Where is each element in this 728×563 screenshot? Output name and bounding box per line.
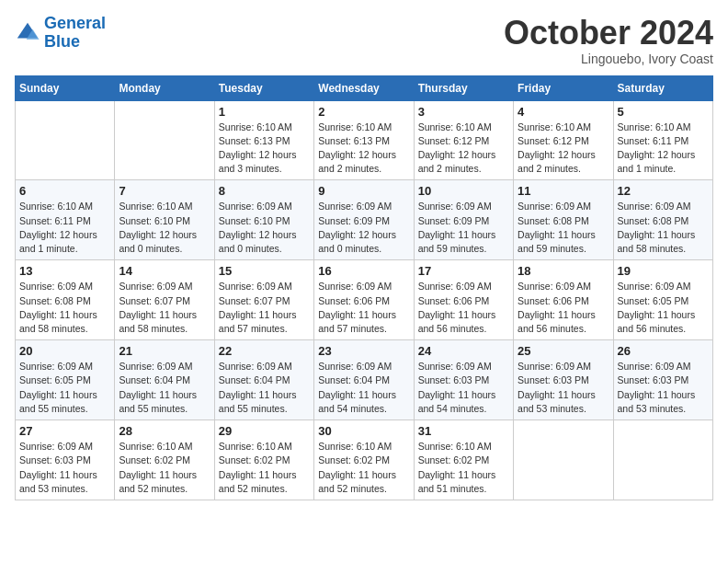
day-info: Sunrise: 6:09 AM Sunset: 6:03 PM Dayligh… (518, 360, 609, 416)
calendar-cell: 23Sunrise: 6:09 AM Sunset: 6:04 PM Dayli… (314, 340, 414, 420)
day-info: Sunrise: 6:10 AM Sunset: 6:02 PM Dayligh… (318, 440, 409, 496)
day-number: 3 (418, 105, 509, 119)
calendar-cell: 16Sunrise: 6:09 AM Sunset: 6:06 PM Dayli… (314, 260, 414, 340)
calendar-cell: 19Sunrise: 6:09 AM Sunset: 6:05 PM Dayli… (613, 260, 712, 340)
calendar-cell (514, 420, 613, 500)
day-info: Sunrise: 6:10 AM Sunset: 6:10 PM Dayligh… (119, 200, 210, 256)
day-number: 2 (318, 105, 409, 119)
day-info: Sunrise: 6:09 AM Sunset: 6:03 PM Dayligh… (618, 360, 709, 416)
day-number: 7 (119, 184, 210, 198)
calendar-cell: 27Sunrise: 6:09 AM Sunset: 6:03 PM Dayli… (16, 420, 115, 500)
calendar-cell: 8Sunrise: 6:09 AM Sunset: 6:10 PM Daylig… (214, 180, 313, 260)
calendar-cell: 13Sunrise: 6:09 AM Sunset: 6:08 PM Dayli… (16, 260, 115, 340)
day-number: 24 (418, 344, 509, 358)
day-info: Sunrise: 6:10 AM Sunset: 6:13 PM Dayligh… (318, 121, 409, 177)
day-number: 21 (119, 344, 210, 358)
calendar-cell: 25Sunrise: 6:09 AM Sunset: 6:03 PM Dayli… (514, 340, 613, 420)
calendar-cell: 12Sunrise: 6:09 AM Sunset: 6:08 PM Dayli… (613, 180, 712, 260)
day-info: Sunrise: 6:09 AM Sunset: 6:08 PM Dayligh… (518, 200, 609, 256)
day-info: Sunrise: 6:09 AM Sunset: 6:09 PM Dayligh… (418, 200, 509, 256)
day-number: 9 (318, 184, 409, 198)
day-number: 14 (119, 264, 210, 278)
calendar-cell (613, 420, 712, 500)
day-number: 22 (219, 344, 310, 358)
day-info: Sunrise: 6:09 AM Sunset: 6:07 PM Dayligh… (219, 280, 310, 336)
calendar-cell (16, 100, 115, 180)
day-number: 18 (518, 264, 609, 278)
calendar-cell: 22Sunrise: 6:09 AM Sunset: 6:04 PM Dayli… (214, 340, 313, 420)
calendar-week-row: 20Sunrise: 6:09 AM Sunset: 6:05 PM Dayli… (16, 340, 713, 420)
day-info: Sunrise: 6:09 AM Sunset: 6:08 PM Dayligh… (19, 280, 110, 336)
calendar-cell: 26Sunrise: 6:09 AM Sunset: 6:03 PM Dayli… (613, 340, 712, 420)
day-info: Sunrise: 6:09 AM Sunset: 6:06 PM Dayligh… (518, 280, 609, 336)
day-info: Sunrise: 6:10 AM Sunset: 6:11 PM Dayligh… (618, 121, 709, 177)
location-subtitle: Lingouebo, Ivory Coast (504, 52, 713, 66)
day-number: 26 (618, 344, 709, 358)
day-number: 10 (418, 184, 509, 198)
weekday-header: Friday (514, 75, 613, 100)
day-info: Sunrise: 6:09 AM Sunset: 6:04 PM Dayligh… (318, 360, 409, 416)
weekday-header: Monday (115, 75, 214, 100)
weekday-header: Saturday (613, 75, 712, 100)
calendar-cell: 14Sunrise: 6:09 AM Sunset: 6:07 PM Dayli… (115, 260, 214, 340)
day-number: 15 (219, 264, 310, 278)
day-number: 11 (518, 184, 609, 198)
day-info: Sunrise: 6:09 AM Sunset: 6:03 PM Dayligh… (418, 360, 509, 416)
day-number: 30 (318, 424, 409, 438)
day-number: 4 (518, 105, 609, 119)
day-info: Sunrise: 6:09 AM Sunset: 6:06 PM Dayligh… (418, 280, 509, 336)
calendar-week-row: 27Sunrise: 6:09 AM Sunset: 6:03 PM Dayli… (16, 420, 713, 500)
day-number: 12 (618, 184, 709, 198)
calendar-cell: 20Sunrise: 6:09 AM Sunset: 6:05 PM Dayli… (16, 340, 115, 420)
weekday-header-row: SundayMondayTuesdayWednesdayThursdayFrid… (16, 75, 713, 100)
day-info: Sunrise: 6:10 AM Sunset: 6:13 PM Dayligh… (219, 121, 310, 177)
day-number: 1 (219, 105, 310, 119)
weekday-header: Sunday (16, 75, 115, 100)
calendar-cell: 18Sunrise: 6:09 AM Sunset: 6:06 PM Dayli… (514, 260, 613, 340)
logo: General Blue (15, 15, 106, 52)
calendar-cell: 31Sunrise: 6:10 AM Sunset: 6:02 PM Dayli… (414, 420, 513, 500)
day-info: Sunrise: 6:10 AM Sunset: 6:11 PM Dayligh… (19, 200, 110, 256)
logo-line2: Blue (44, 32, 80, 51)
weekday-header: Tuesday (214, 75, 313, 100)
title-block: October 2024 Lingouebo, Ivory Coast (504, 15, 713, 66)
calendar-cell (115, 100, 214, 180)
day-number: 23 (318, 344, 409, 358)
calendar-week-row: 1Sunrise: 6:10 AM Sunset: 6:13 PM Daylig… (16, 100, 713, 180)
weekday-header: Wednesday (314, 75, 414, 100)
calendar-cell: 7Sunrise: 6:10 AM Sunset: 6:10 PM Daylig… (115, 180, 214, 260)
day-info: Sunrise: 6:09 AM Sunset: 6:04 PM Dayligh… (119, 360, 210, 416)
calendar-cell: 2Sunrise: 6:10 AM Sunset: 6:13 PM Daylig… (314, 100, 414, 180)
day-number: 20 (19, 344, 110, 358)
day-number: 27 (19, 424, 110, 438)
calendar-cell: 28Sunrise: 6:10 AM Sunset: 6:02 PM Dayli… (115, 420, 214, 500)
calendar-cell: 24Sunrise: 6:09 AM Sunset: 6:03 PM Dayli… (414, 340, 513, 420)
day-info: Sunrise: 6:09 AM Sunset: 6:05 PM Dayligh… (19, 360, 110, 416)
calendar-cell: 10Sunrise: 6:09 AM Sunset: 6:09 PM Dayli… (414, 180, 513, 260)
calendar-cell: 15Sunrise: 6:09 AM Sunset: 6:07 PM Dayli… (214, 260, 313, 340)
calendar-week-row: 13Sunrise: 6:09 AM Sunset: 6:08 PM Dayli… (16, 260, 713, 340)
calendar-cell: 9Sunrise: 6:09 AM Sunset: 6:09 PM Daylig… (314, 180, 414, 260)
day-info: Sunrise: 6:10 AM Sunset: 6:02 PM Dayligh… (219, 440, 310, 496)
day-number: 29 (219, 424, 310, 438)
logo-icon (15, 20, 40, 46)
day-info: Sunrise: 6:09 AM Sunset: 6:04 PM Dayligh… (219, 360, 310, 416)
day-number: 16 (318, 264, 409, 278)
weekday-header: Thursday (414, 75, 513, 100)
logo-line1: General (44, 14, 106, 32)
day-info: Sunrise: 6:09 AM Sunset: 6:05 PM Dayligh… (618, 280, 709, 336)
day-number: 8 (219, 184, 310, 198)
day-number: 5 (618, 105, 709, 119)
day-number: 6 (19, 184, 110, 198)
day-number: 31 (418, 424, 509, 438)
day-number: 25 (518, 344, 609, 358)
day-number: 28 (119, 424, 210, 438)
month-title: October 2024 (504, 15, 713, 52)
day-info: Sunrise: 6:10 AM Sunset: 6:02 PM Dayligh… (119, 440, 210, 496)
day-info: Sunrise: 6:09 AM Sunset: 6:10 PM Dayligh… (219, 200, 310, 256)
calendar-cell: 1Sunrise: 6:10 AM Sunset: 6:13 PM Daylig… (214, 100, 313, 180)
day-info: Sunrise: 6:10 AM Sunset: 6:12 PM Dayligh… (418, 121, 509, 177)
page-header: General Blue October 2024 Lingouebo, Ivo… (15, 15, 713, 66)
calendar-cell: 5Sunrise: 6:10 AM Sunset: 6:11 PM Daylig… (613, 100, 712, 180)
calendar-table: SundayMondayTuesdayWednesdayThursdayFrid… (15, 75, 713, 500)
